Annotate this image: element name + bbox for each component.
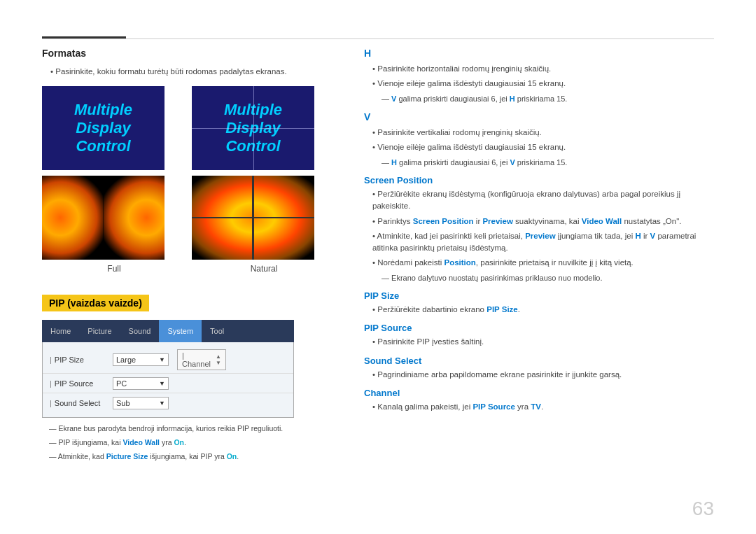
v-label: V [364, 111, 714, 122]
sp-bullet-4: Norėdami pakeisti Position, pasirinkite … [372, 257, 714, 269]
format-img-full [42, 176, 164, 260]
page-container: Formatas Pasirinkite, kokiu formatu turė… [0, 0, 756, 534]
pip-source-arrow: ▼ [159, 380, 165, 387]
pip-source-right: PIP Source Pasirinkite PIP įvesties šalt… [364, 323, 714, 348]
arrow-down: ▼ [216, 360, 221, 366]
pip-sound-text: Sound Select [55, 399, 100, 407]
pip-source-text: PIP Source [55, 379, 93, 388]
format-img-mdc1: MultipleDisplayControl [42, 86, 164, 170]
pip-source-row: | PIP Source PC ▼ [43, 374, 293, 393]
pip-size-right-bullet: Peržiūrėkite dabartinio ekrano PIP Size. [372, 304, 714, 316]
format-grid: MultipleDisplayControl MultipleDisplayCo… [42, 86, 336, 260]
channel-label: | Channel [182, 351, 214, 368]
pip-form: | PIP Size Large ▼ | Channel ▲ ▼ [42, 342, 294, 418]
sp-bullet-1: Peržiūrėkite ekranų išdėstymą (konfigūru… [372, 188, 714, 213]
pip-source-select[interactable]: PC ▼ [113, 377, 169, 390]
v-section: V Pasirinkite vertikaliai rodomų įrengin… [364, 111, 714, 168]
page-number: 63 [692, 498, 714, 520]
channel-right-title: Channel [364, 388, 714, 398]
flower-full [42, 176, 164, 260]
pip-sound-arrow: ▼ [159, 400, 165, 407]
pip-size-select[interactable]: Large ▼ [113, 353, 169, 366]
pip-section-title: PIP (vaizdas vaizde) [42, 295, 149, 311]
sp-bullet-3: Atminkite, kad jei pasirinkti keli priet… [372, 230, 714, 255]
pip-note-2: PIP išjungiama, kai Video Wall yra On. [42, 437, 336, 449]
screen-position-title: Screen Position [364, 175, 714, 185]
arrow-up: ▲ [216, 353, 221, 360]
pip-source-right-bullet: Pasirinkite PIP įvesties šaltinį. [372, 336, 714, 348]
h-section: H Pasirinkite horizontaliai rodomų įreng… [364, 48, 714, 104]
label-natural: Natural [192, 264, 336, 274]
v-bullet-1: Pasirinkite vertikaliai rodomų įrenginių… [372, 127, 714, 139]
channel-right-bullet: Kanalą galima pakeisti, jei PIP Source y… [372, 401, 714, 413]
v-indent: H galima priskirti daugiausiai 6, jei V … [382, 157, 714, 169]
menu-sound[interactable]: Sound [120, 320, 160, 342]
pip-size-value: Large [116, 356, 136, 364]
formatas-bullet: Pasirinkite, kokiu formatu turėtų būti r… [50, 66, 336, 78]
pip-sound-row: | Sound Select Sub ▼ [43, 393, 293, 413]
pip-size-text: PIP Size [55, 356, 84, 364]
formatas-section: Formatas Pasirinkite, kokiu formatu turė… [42, 48, 336, 274]
sound-select-right-title: Sound Select [364, 356, 714, 366]
flower-grid-overlay [192, 176, 314, 260]
pip-size-arrow: ▼ [159, 356, 165, 363]
h-indent: V galima priskirti daugiausiai 6, jei H … [382, 93, 714, 105]
pip-size-pipe: | [50, 356, 52, 364]
format-labels: Full Natural [42, 264, 336, 274]
pip-sound-pipe: | [50, 399, 52, 407]
channel-right: Channel Kanalą galima pakeisti, jei PIP … [364, 388, 714, 413]
pip-size-right: PIP Size Peržiūrėkite dabartinio ekrano … [364, 290, 714, 316]
pip-sound-select[interactable]: Sub ▼ [113, 397, 169, 409]
sound-select-right-bullet: Pagrindiniame arba papildomame ekrane pa… [372, 369, 714, 381]
label-full: Full [42, 264, 186, 274]
h-label: H [364, 48, 714, 59]
h-bullet-2: Vienoje eilėje galima išdėstyti daugiaus… [372, 78, 714, 90]
menu-tool[interactable]: Tool [202, 320, 232, 342]
left-column: Formatas Pasirinkite, kokiu formatu turė… [42, 48, 336, 463]
v-bullet-2: Vienoje eilėje galima išdėstyti daugiaus… [372, 141, 714, 153]
screen-position-section: Screen Position Peržiūrėkite ekranų išdė… [364, 175, 714, 283]
format-img-natural [192, 176, 314, 260]
sp-bullet-2: Parinktys Screen Position ir Preview sua… [372, 216, 714, 227]
h-bullet-1: Pasirinkite horizontaliai rodomų įrengin… [372, 63, 714, 75]
content-area: Formatas Pasirinkite, kokiu formatu turė… [42, 48, 714, 463]
sound-select-right: Sound Select Pagrindiniame arba papildom… [364, 356, 714, 381]
pip-size-label: | PIP Size [50, 356, 113, 364]
pip-sound-value: Sub [116, 399, 130, 407]
menu-home[interactable]: Home [42, 320, 79, 342]
pip-source-pipe: | [50, 379, 52, 388]
top-rule [42, 38, 714, 39]
pip-menu-bar: Home Picture Sound System Tool [42, 320, 294, 342]
pip-note-1: Ekrane bus parodyta bendroji informacija… [42, 423, 336, 435]
pip-source-right-title: PIP Source [364, 323, 714, 333]
pip-sound-label: | Sound Select [50, 399, 113, 407]
pip-size-right-title: PIP Size [364, 290, 714, 301]
pip-notes: Ekrane bus parodyta bendroji informacija… [42, 423, 336, 462]
pip-note-3: Atminkite, kad Picture Size išjungiama, … [42, 451, 336, 463]
pip-source-label: | PIP Source [50, 379, 113, 388]
pip-source-value: PC [116, 379, 127, 388]
menu-system[interactable]: System [159, 320, 202, 342]
pip-size-row: | PIP Size Large ▼ | Channel ▲ ▼ [43, 346, 293, 374]
right-column: H Pasirinkite horizontaliai rodomų įreng… [364, 48, 714, 463]
mdc-text-1: MultipleDisplayControl [74, 101, 132, 156]
menu-picture[interactable]: Picture [79, 320, 120, 342]
formatas-title: Formatas [42, 48, 336, 59]
pip-channel-field: | Channel ▲ ▼ [177, 349, 226, 370]
sp-indent: Ekrano dalytuvo nuostatų pasirinkimas pr… [382, 272, 714, 284]
pip-section: PIP (vaizdas vaizde) Home Picture Sound … [42, 288, 336, 462]
channel-arrows[interactable]: ▲ ▼ [216, 353, 221, 366]
format-img-mdc2: MultipleDisplayControl [192, 86, 314, 170]
